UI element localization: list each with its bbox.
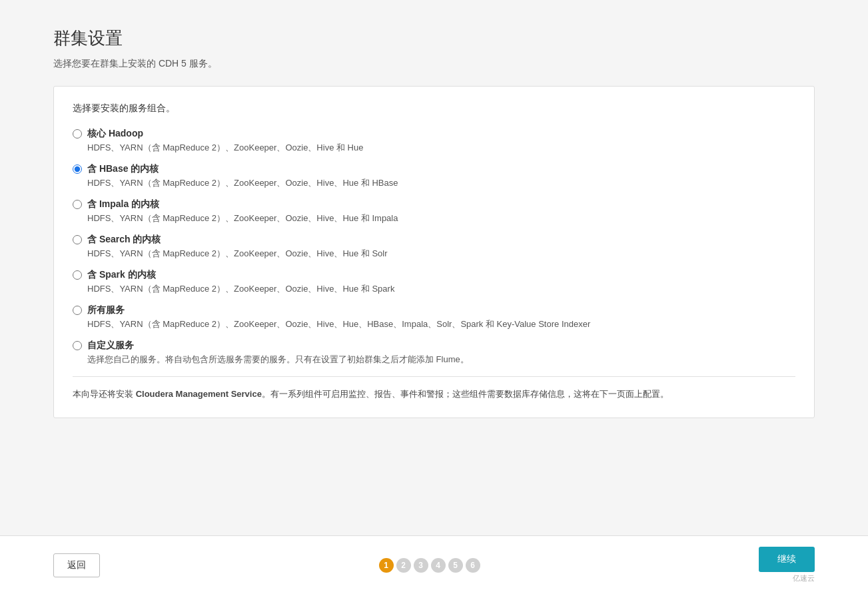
option-label-row-all: 所有服务 <box>73 304 795 316</box>
page-dot-3[interactable]: 3 <box>414 558 428 573</box>
label-impala[interactable]: 含 Impala 的内核 <box>87 198 159 210</box>
radio-spark[interactable] <box>73 270 82 280</box>
page-subtitle: 选择您要在群集上安装的 CDH 5 服务。 <box>53 58 815 70</box>
service-selection-card: 选择要安装的服务组合。 核心 HadoopHDFS、YARN（含 MapRedu… <box>53 86 815 418</box>
back-button[interactable]: 返回 <box>53 553 100 577</box>
radio-hbase[interactable] <box>73 164 82 174</box>
pagination: 123456 <box>379 558 480 573</box>
option-item-impala: 含 Impala 的内核HDFS、YARN（含 MapReduce 2）、Zoo… <box>73 198 795 224</box>
main-content: 群集设置 选择您要在群集上安装的 CDH 5 服务。 选择要安装的服务组合。 核… <box>0 0 868 535</box>
option-item-core_hadoop: 核心 HadoopHDFS、YARN（含 MapReduce 2）、ZooKee… <box>73 128 795 154</box>
option-group: 核心 HadoopHDFS、YARN（含 MapReduce 2）、ZooKee… <box>73 128 795 366</box>
page-dot-4[interactable]: 4 <box>431 558 446 573</box>
divider <box>73 376 795 377</box>
radio-core_hadoop[interactable] <box>73 129 82 139</box>
note-text: 本向导还将安装 Cloudera Management Service。有一系列… <box>73 388 795 402</box>
option-label-row-search: 含 Search 的内核 <box>73 234 795 246</box>
desc-all: HDFS、YARN（含 MapReduce 2）、ZooKeeper、Oozie… <box>87 318 795 330</box>
radio-all[interactable] <box>73 306 82 315</box>
page-dot-6[interactable]: 6 <box>466 558 480 573</box>
desc-core_hadoop: HDFS、YARN（含 MapReduce 2）、ZooKeeper、Oozie… <box>87 142 795 154</box>
continue-wrapper: 继续 亿速云 <box>759 547 815 583</box>
option-label-row-hbase: 含 HBase 的内核 <box>73 163 795 175</box>
page-dot-2[interactable]: 2 <box>396 558 411 573</box>
option-item-hbase: 含 HBase 的内核HDFS、YARN（含 MapReduce 2）、ZooK… <box>73 163 795 189</box>
label-core_hadoop[interactable]: 核心 Hadoop <box>87 128 143 140</box>
option-item-all: 所有服务HDFS、YARN（含 MapReduce 2）、ZooKeeper、O… <box>73 304 795 330</box>
card-intro: 选择要安装的服务组合。 <box>73 103 795 115</box>
label-hbase[interactable]: 含 HBase 的内核 <box>87 163 159 175</box>
desc-impala: HDFS、YARN（含 MapReduce 2）、ZooKeeper、Oozie… <box>87 212 795 224</box>
option-label-row-spark: 含 Spark 的内核 <box>73 269 795 281</box>
label-search[interactable]: 含 Search 的内核 <box>87 234 161 246</box>
watermark: 亿速云 <box>793 573 815 583</box>
desc-spark: HDFS、YARN（含 MapReduce 2）、ZooKeeper、Oozie… <box>87 283 795 295</box>
page-title: 群集设置 <box>53 27 815 50</box>
desc-search: HDFS、YARN（含 MapReduce 2）、ZooKeeper、Oozie… <box>87 248 795 260</box>
continue-button[interactable]: 继续 <box>759 547 815 572</box>
radio-custom[interactable] <box>73 341 82 350</box>
label-custom[interactable]: 自定义服务 <box>87 340 134 352</box>
page-dot-5[interactable]: 5 <box>448 558 463 573</box>
footer: 返回 123456 继续 亿速云 <box>0 535 868 594</box>
radio-search[interactable] <box>73 235 82 244</box>
option-label-row-impala: 含 Impala 的内核 <box>73 198 795 210</box>
page-dot-1[interactable]: 1 <box>379 558 394 573</box>
option-item-search: 含 Search 的内核HDFS、YARN（含 MapReduce 2）、Zoo… <box>73 234 795 260</box>
radio-impala[interactable] <box>73 200 82 209</box>
option-item-custom: 自定义服务选择您自己的服务。将自动包含所选服务需要的服务。只有在设置了初始群集之… <box>73 340 795 366</box>
option-label-row-custom: 自定义服务 <box>73 340 795 352</box>
desc-custom: 选择您自己的服务。将自动包含所选服务需要的服务。只有在设置了初始群集之后才能添加… <box>87 354 795 366</box>
option-item-spark: 含 Spark 的内核HDFS、YARN（含 MapReduce 2）、ZooK… <box>73 269 795 295</box>
label-all[interactable]: 所有服务 <box>87 304 125 316</box>
label-spark[interactable]: 含 Spark 的内核 <box>87 269 156 281</box>
option-label-row-core_hadoop: 核心 Hadoop <box>73 128 795 140</box>
desc-hbase: HDFS、YARN（含 MapReduce 2）、ZooKeeper、Oozie… <box>87 177 795 189</box>
